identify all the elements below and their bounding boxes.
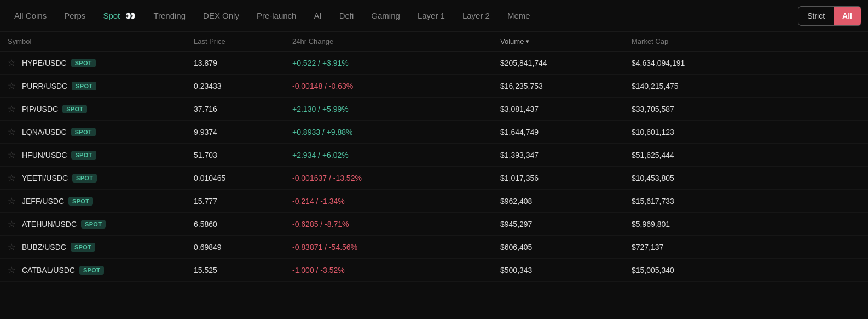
price-cell: 37.716	[194, 105, 292, 113]
nav-item-spot[interactable]: Spot 👀	[95, 8, 143, 24]
symbol-cell: ☆ ATEHUN/USDC SPOT	[8, 219, 194, 229]
all-button[interactable]: All	[834, 7, 861, 25]
nav-item-layer1[interactable]: Layer 1	[410, 8, 453, 24]
star-icon[interactable]: ☆	[8, 104, 18, 114]
symbol-text: ATEHUN/USDC	[22, 220, 77, 229]
price-cell: 0.69849	[194, 243, 292, 252]
strict-all-toggle: Strict All	[798, 6, 861, 26]
spot-badge: SPOT	[68, 197, 93, 206]
change-cell: -1.000 / -3.52%	[292, 266, 500, 275]
change-cell: +0.522 / +3.91%	[292, 59, 500, 67]
table-body: ☆ HYPE/USDC SPOT 13.879 +0.522 / +3.91% …	[0, 52, 868, 282]
volume-cell: $945,297	[500, 220, 632, 229]
marketcap-cell: $4,634,094,191	[632, 59, 860, 67]
star-icon[interactable]: ☆	[8, 150, 18, 160]
nav-item-gaming[interactable]: Gaming	[363, 8, 408, 24]
marketcap-cell: $10,453,805	[632, 174, 860, 183]
change-cell: +2.130 / +5.99%	[292, 105, 500, 113]
symbol-text: CATBAL/USDC	[22, 266, 75, 275]
price-cell: 13.879	[194, 59, 292, 67]
price-cell: 9.9374	[194, 128, 292, 136]
header-volume[interactable]: Volume ▾	[500, 37, 632, 45]
symbol-text: PURR/USDC	[22, 82, 67, 90]
header-symbol: Symbol	[8, 37, 194, 45]
header-market-cap: Market Cap	[632, 37, 860, 45]
nav-item-perps[interactable]: Perps	[56, 8, 93, 24]
spot-badge: SPOT	[71, 243, 95, 252]
star-icon[interactable]: ☆	[8, 265, 18, 275]
star-icon[interactable]: ☆	[8, 219, 18, 229]
nav-bar: All Coins Perps Spot 👀 Trending DEX Only…	[0, 0, 868, 32]
spot-eyes-icon: 👀	[125, 11, 136, 20]
nav-item-ai[interactable]: AI	[306, 8, 329, 24]
marketcap-cell: $51,625,444	[632, 151, 860, 160]
table-row[interactable]: ☆ PURR/USDC SPOT 0.23433 -0.00148 / -0.6…	[0, 75, 868, 98]
nav-item-pre-launch[interactable]: Pre-launch	[249, 8, 304, 24]
table-row[interactable]: ☆ YEETI/USDC SPOT 0.010465 -0.001637 / -…	[0, 167, 868, 190]
nav-item-dex-only[interactable]: DEX Only	[195, 8, 247, 24]
symbol-cell: ☆ JEFF/USDC SPOT	[8, 196, 194, 206]
change-cell: -0.001637 / -13.52%	[292, 174, 500, 183]
symbol-cell: ☆ PIP/USDC SPOT	[8, 104, 194, 114]
volume-cell: $16,235,753	[500, 82, 632, 90]
volume-cell: $3,081,437	[500, 105, 632, 113]
symbol-cell: ☆ HFUN/USDC SPOT	[8, 150, 194, 160]
star-icon[interactable]: ☆	[8, 81, 18, 91]
symbol-cell: ☆ LQNA/USDC SPOT	[8, 127, 194, 137]
volume-cell: $1,017,356	[500, 174, 632, 183]
spot-badge: SPOT	[79, 266, 104, 275]
symbol-cell: ☆ HYPE/USDC SPOT	[8, 58, 194, 68]
table-row[interactable]: ☆ HFUN/USDC SPOT 51.703 +2.934 / +6.02% …	[0, 144, 868, 167]
spot-badge: SPOT	[71, 59, 96, 67]
symbol-text: HFUN/USDC	[22, 151, 67, 160]
star-icon[interactable]: ☆	[8, 242, 18, 252]
star-icon[interactable]: ☆	[8, 127, 18, 137]
change-cell: -0.00148 / -0.63%	[292, 82, 500, 90]
marketcap-cell: $5,969,801	[632, 220, 860, 229]
spot-badge: SPOT	[71, 128, 96, 136]
price-cell: 51.703	[194, 151, 292, 160]
spot-badge: SPOT	[62, 105, 87, 113]
table-row[interactable]: ☆ CATBAL/USDC SPOT 15.525 -1.000 / -3.52…	[0, 259, 868, 282]
marketcap-cell: $15,005,340	[632, 266, 860, 275]
volume-cell: $962,408	[500, 197, 632, 206]
volume-cell: $606,405	[500, 243, 632, 252]
star-icon[interactable]: ☆	[8, 173, 18, 183]
nav-item-defi[interactable]: Defi	[332, 8, 362, 24]
table-row[interactable]: ☆ BUBZ/USDC SPOT 0.69849 -0.83871 / -54.…	[0, 236, 868, 259]
change-cell: -0.214 / -1.34%	[292, 197, 500, 206]
table-row[interactable]: ☆ ATEHUN/USDC SPOT 6.5860 -0.6285 / -8.7…	[0, 213, 868, 236]
marketcap-cell: $33,705,587	[632, 105, 860, 113]
marketcap-cell: $140,215,475	[632, 82, 860, 90]
nav-item-trending[interactable]: Trending	[146, 8, 193, 24]
price-cell: 0.010465	[194, 174, 292, 183]
star-icon[interactable]: ☆	[8, 196, 18, 206]
nav-item-meme[interactable]: Meme	[500, 8, 538, 24]
strict-button[interactable]: Strict	[798, 7, 834, 25]
symbol-text: LQNA/USDC	[22, 128, 67, 136]
table-header: Symbol Last Price 24hr Change Volume ▾ M…	[0, 32, 868, 52]
header-last-price: Last Price	[194, 37, 292, 45]
chevron-down-icon: ▾	[526, 38, 529, 45]
volume-cell: $1,393,347	[500, 151, 632, 160]
header-24hr-change: 24hr Change	[292, 37, 500, 45]
change-cell: -0.6285 / -8.71%	[292, 220, 500, 229]
change-cell: +0.8933 / +9.88%	[292, 128, 500, 136]
marketcap-cell: $15,617,733	[632, 197, 860, 206]
spot-badge: SPOT	[71, 151, 96, 160]
table-row[interactable]: ☆ HYPE/USDC SPOT 13.879 +0.522 / +3.91% …	[0, 52, 868, 75]
star-icon[interactable]: ☆	[8, 58, 18, 68]
volume-cell: $500,343	[500, 266, 632, 275]
table-row[interactable]: ☆ PIP/USDC SPOT 37.716 +2.130 / +5.99% $…	[0, 98, 868, 121]
symbol-cell: ☆ BUBZ/USDC SPOT	[8, 242, 194, 252]
nav-item-all-coins[interactable]: All Coins	[7, 8, 54, 24]
symbol-text: PIP/USDC	[22, 105, 58, 113]
symbol-cell: ☆ CATBAL/USDC SPOT	[8, 265, 194, 275]
symbol-text: HYPE/USDC	[22, 59, 67, 67]
table-row[interactable]: ☆ LQNA/USDC SPOT 9.9374 +0.8933 / +9.88%…	[0, 121, 868, 144]
change-cell: +2.934 / +6.02%	[292, 151, 500, 160]
price-cell: 0.23433	[194, 82, 292, 90]
price-cell: 6.5860	[194, 220, 292, 229]
table-row[interactable]: ☆ JEFF/USDC SPOT 15.777 -0.214 / -1.34% …	[0, 190, 868, 213]
nav-item-layer2[interactable]: Layer 2	[455, 8, 497, 24]
